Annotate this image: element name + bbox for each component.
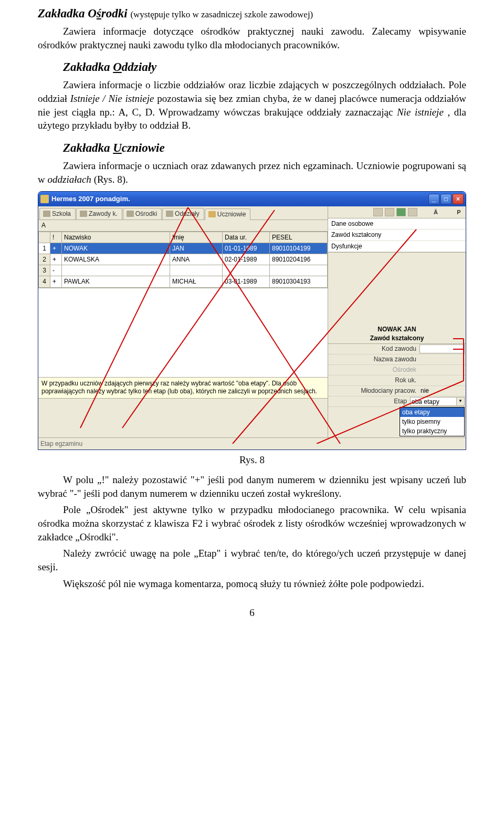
app-window: Hermes 2007 ponadgim. _ □ × Szkoła Zawod…: [38, 191, 466, 450]
page-number: 6: [38, 606, 466, 620]
detail-sub: Zawód kształcony: [329, 334, 465, 342]
toolbar-icon[interactable]: [373, 208, 383, 216]
dropdown-option[interactable]: tylko pisemny: [400, 417, 464, 426]
tab-oddzialy[interactable]: Oddziały: [162, 208, 204, 220]
app-icon: [40, 195, 49, 203]
tab-zawody[interactable]: Zawody k.: [76, 208, 122, 220]
toolbar-icon[interactable]: [408, 208, 417, 216]
tab-osrodki[interactable]: Ośrodki: [123, 208, 162, 220]
group-icon: [166, 211, 173, 217]
field-label: Nazwa zawodu: [329, 355, 419, 363]
field-label: Ośrodek: [329, 365, 419, 374]
etap-dropdown[interactable]: oba etapy ▼: [410, 397, 465, 406]
group-label: A: [38, 220, 328, 231]
col-pesel[interactable]: PESEL: [270, 232, 328, 243]
col-data[interactable]: Data ur.: [223, 232, 270, 243]
toolbar-icon-save[interactable]: [396, 208, 406, 216]
building-icon: [80, 211, 87, 217]
etap-dropdown-list[interactable]: oba etapy tylko pisemny tylko praktyczny: [400, 407, 465, 437]
maximize-button[interactable]: □: [440, 194, 452, 204]
paragraph: Zawiera informacje o uczniach oraz zdawa…: [38, 159, 466, 186]
kod-zawodu-input[interactable]: [419, 344, 465, 353]
paragraph: W polu „!" należy pozostawić "+" jeśli p…: [38, 473, 466, 500]
paragraph: Pole „Ośrodek" jest aktywne tylko w przy…: [38, 503, 466, 544]
table-row[interactable]: 1 + NOWAK JAN 01-01-1989 89010104199: [39, 243, 328, 254]
paragraph: Należy zwrócić uwagę na pole „Etap" i wy…: [38, 547, 466, 573]
category-item[interactable]: Dane osobowe: [328, 218, 466, 229]
table-header-row: ! Nazwisko Imię Data ur. PESEL: [39, 232, 328, 243]
dropdown-option[interactable]: tylko praktyczny: [400, 426, 464, 436]
dropdown-option[interactable]: oba etapy: [400, 407, 464, 417]
people-icon: [208, 211, 216, 217]
category-list[interactable]: Dane osobowe Zawód kształcony Dysfunkcje: [328, 218, 466, 253]
building-icon: [43, 211, 50, 217]
chevron-down-icon[interactable]: ▼: [456, 398, 464, 405]
toolbar-btn-a[interactable]: Ä: [431, 208, 440, 216]
mlodociany-value[interactable]: nie: [419, 386, 465, 395]
table-row[interactable]: 2 + KOWALSKA ANNA 02-01-1989 89010204196: [39, 254, 328, 265]
category-item[interactable]: Dysfunkcje: [328, 241, 466, 252]
heading-word: Zakładka: [38, 7, 88, 20]
table-empty-area: [38, 288, 328, 377]
hint-box: W przypadku uczniów zdających pierwszy r…: [38, 377, 328, 399]
paragraph: Zawiera informacje dotyczące ośrodków pr…: [38, 25, 466, 51]
tabs: Szkoła Zawody k. Ośrodki Oddziały Ucznio…: [38, 206, 328, 220]
toolbar-btn-p[interactable]: P: [454, 208, 464, 216]
toolbar-sep: [419, 208, 429, 216]
field-label: Rok uk.: [329, 376, 419, 384]
field-label: Młodociany pracow.: [329, 386, 419, 395]
students-table[interactable]: ! Nazwisko Imię Data ur. PESEL 1 + NOWAK…: [38, 232, 328, 288]
col-imie[interactable]: Imię: [170, 232, 223, 243]
building-icon: [127, 211, 134, 217]
tab-szkola[interactable]: Szkoła: [39, 208, 76, 220]
tab-uczniowie[interactable]: Uczniowie: [205, 208, 251, 220]
window-title: Hermes 2007 ponadgim.: [51, 194, 428, 204]
col-mark[interactable]: !: [50, 232, 62, 243]
table-row[interactable]: 3 -: [39, 265, 328, 276]
statusbar: Etap egzaminu: [38, 437, 466, 450]
field-label: Kod zawodu: [329, 344, 419, 353]
col-nazwisko[interactable]: Nazwisko: [62, 232, 170, 243]
toolbar-icon[interactable]: [385, 208, 394, 216]
toolbar-right: Ä P: [328, 206, 466, 218]
table-row[interactable]: 4 + PAWLAK MICHAŁ 03-01-1989 89010304193: [39, 276, 328, 287]
nazwa-zawodu-input[interactable]: [419, 355, 465, 364]
close-button[interactable]: ×: [453, 194, 464, 204]
toolbar-sep: [443, 208, 452, 216]
paragraph: Większość pól nie wymaga komentarza, pom…: [38, 577, 466, 591]
heading-oddzialy: Zakładka Oddziały: [38, 59, 466, 75]
heading-osrodki: Zakładka Ośrodki (występuje tylko w zasa…: [38, 5, 466, 22]
heading-uczniowie: Zakładka Uczniowie: [38, 140, 466, 156]
detail-panel: NOWAK JAN Zawód kształcony Kod zawodu Na…: [328, 323, 466, 437]
student-name: NOWAK JAN: [329, 325, 465, 333]
minimize-button[interactable]: _: [428, 194, 439, 204]
category-item[interactable]: Zawód kształcony: [328, 229, 466, 241]
rok-input[interactable]: [419, 376, 465, 385]
field-label: Etap: [329, 397, 410, 405]
figure-caption: Rys. 8: [38, 453, 466, 467]
titlebar: Hermes 2007 ponadgim. _ □ ×: [38, 192, 466, 206]
paragraph: Zawiera informacje o liczbie oddziałów o…: [38, 78, 466, 132]
